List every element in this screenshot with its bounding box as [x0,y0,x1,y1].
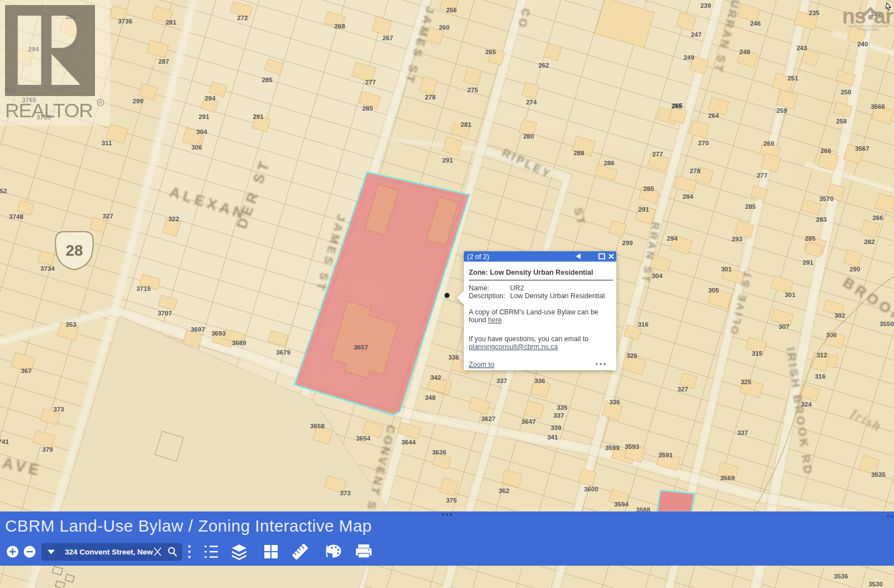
svg-text:3599: 3599 [605,444,620,451]
svg-text:367: 367 [21,367,31,374]
svg-text:316: 316 [815,373,825,380]
svg-text:337: 337 [737,429,748,436]
svg-text:304: 304 [196,128,207,135]
svg-text:286: 286 [603,160,614,166]
svg-text:337: 337 [496,377,507,384]
svg-text:285: 285 [643,185,654,192]
svg-text:284: 284 [682,193,693,200]
svg-text:3736: 3736 [118,18,132,25]
svg-text:247: 247 [691,31,701,38]
svg-text:3647: 3647 [521,418,536,425]
svg-text:3689: 3689 [232,340,246,346]
svg-text:288: 288 [573,150,584,156]
svg-text:373: 373 [340,490,350,496]
svg-text:316: 316 [638,321,648,328]
svg-text:274: 274 [526,99,537,106]
svg-text:3741: 3741 [0,438,9,445]
svg-text:251: 251 [787,75,798,82]
svg-text:250: 250 [840,89,851,95]
svg-text:293: 293 [731,236,742,242]
svg-text:352: 352 [0,188,7,194]
svg-text:REALTOR: REALTOR [5,99,93,122]
svg-text:291: 291 [638,206,649,213]
svg-text:3566: 3566 [871,103,885,110]
svg-text:336: 336 [534,377,545,384]
svg-text:311: 311 [102,140,112,146]
svg-text:240: 240 [857,41,868,47]
svg-text:UR2: UR2 [510,284,524,292]
svg-text:264: 264 [708,112,719,119]
svg-text:260: 260 [439,24,449,31]
svg-text:258: 258 [836,118,847,125]
svg-text:267: 267 [382,35,393,41]
svg-text:3591: 3591 [658,452,673,458]
svg-text:A copy of CBRM's Land-use Byla: A copy of CBRM's Land-use Bylaw can be [469,308,598,316]
svg-text:Name:: Name: [469,284,489,292]
svg-text:312: 312 [816,352,827,358]
svg-text:291: 291 [802,259,814,266]
svg-text:335: 335 [557,404,568,411]
svg-text:272: 272 [237,15,248,21]
svg-text:280: 280 [523,133,534,140]
svg-text:342: 342 [430,374,441,381]
svg-text:3627: 3627 [481,415,496,422]
svg-text:3679: 3679 [276,349,291,356]
svg-text:294: 294 [667,235,678,242]
svg-text:278: 278 [689,168,701,174]
svg-text:3536: 3536 [834,573,848,580]
svg-text:If you have questions, you can: If you have questions, you can email to [469,335,588,343]
svg-text:373: 373 [53,406,64,413]
svg-text:290: 290 [849,266,860,273]
svg-text:OF REALTORS: OF REALTORS [857,28,878,31]
svg-text:3535: 3535 [871,471,886,478]
svg-text:339: 339 [550,424,561,431]
svg-text:291: 291 [253,113,264,120]
svg-text:3748: 3748 [9,213,23,220]
svg-text:Zoom to: Zoom to [469,361,494,369]
svg-text:3594: 3594 [614,501,629,508]
svg-text:325: 325 [740,379,752,385]
svg-text:239: 239 [700,2,711,9]
svg-text:3644: 3644 [401,439,416,446]
svg-text:3567: 3567 [855,145,869,152]
svg-text:3707: 3707 [158,310,172,317]
svg-text:Zone: Low Density Urban Reside: Zone: Low Density Urban Residential [469,269,593,276]
svg-text:362: 362 [498,487,509,494]
svg-text:315: 315 [752,350,763,357]
svg-text:found here: found here [469,316,502,324]
svg-text:277: 277 [652,151,663,157]
svg-text:277: 277 [757,172,767,179]
svg-text:301: 301 [784,291,796,298]
svg-text:299: 299 [622,240,633,246]
svg-text:3654: 3654 [356,435,370,442]
svg-text:348: 348 [425,394,436,401]
svg-text:336: 336 [448,354,459,361]
svg-text:3593: 3593 [625,443,639,450]
svg-text:301: 301 [721,266,732,273]
svg-text:3734: 3734 [40,265,55,272]
svg-text:3550: 3550 [879,321,894,327]
svg-text:3697: 3697 [191,326,205,333]
svg-text:322: 322 [168,216,179,222]
svg-text:285: 285 [261,77,273,83]
svg-text:270: 270 [698,140,708,146]
svg-text:243: 243 [796,45,807,51]
svg-text:266: 266 [820,147,831,154]
svg-text:379: 379 [42,446,53,453]
svg-text:327: 327 [677,386,688,393]
svg-text:3600: 3600 [584,486,598,493]
svg-text:CBRM Land-Use Bylaw / Zoning I: CBRM Land-Use Bylaw / Zoning Interactive… [5,517,372,535]
svg-text:3658: 3658 [310,423,325,429]
svg-text:3657: 3657 [354,344,368,351]
svg-text:3530: 3530 [868,581,883,587]
svg-text:248: 248 [739,49,750,55]
svg-text:306: 306 [191,144,202,151]
svg-text:3715: 3715 [136,285,151,292]
svg-text:278: 278 [425,94,436,101]
svg-text:NOVA SCOTIA ASSOCIATION: NOVA SCOTIA ASSOCIATION [847,25,888,28]
svg-text:Low Density Urban Residential: Low Density Urban Residential [510,292,605,300]
svg-text:265: 265 [485,49,496,55]
svg-text:282: 282 [864,238,874,245]
svg-text:28: 28 [65,242,83,259]
svg-text:341: 341 [547,434,558,441]
